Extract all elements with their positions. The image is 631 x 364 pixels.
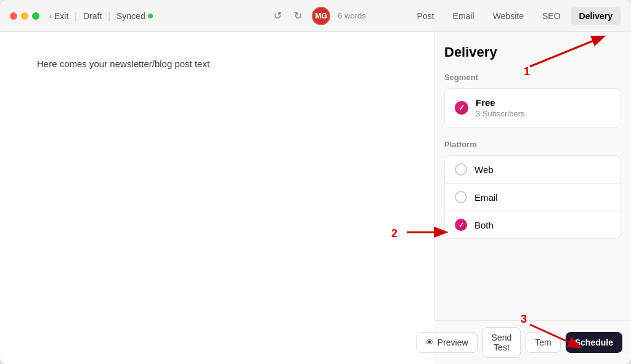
editor-area[interactable]: Here comes your newsletter/blog post tex… xyxy=(0,32,434,364)
exit-button[interactable]: ‹ Exit xyxy=(49,11,68,21)
tab-delivery[interactable]: Delivery xyxy=(571,7,621,25)
platform-options: Web Email Both xyxy=(444,155,621,239)
tab-seo[interactable]: SEO xyxy=(534,7,569,25)
minimize-button[interactable] xyxy=(21,12,28,20)
schedule-label: Schedule xyxy=(575,338,613,347)
editor-text: Here comes your newsletter/blog post tex… xyxy=(37,57,397,71)
radio-both-icon xyxy=(455,219,467,231)
breadcrumb-separator-2: | xyxy=(108,11,110,21)
send-test-label: Send Test xyxy=(492,333,512,352)
redo-button[interactable]: ↻ xyxy=(291,7,304,24)
schedule-button[interactable]: Schedule xyxy=(566,332,622,353)
avatar: MG xyxy=(312,7,330,25)
titlebar-center: ↺ ↻ MG 6 words xyxy=(229,7,408,25)
tab-post[interactable]: Post xyxy=(409,7,443,25)
template-button[interactable]: Tem xyxy=(526,332,560,353)
bottom-bar: 👁 Preview Send Test Tem Schedule xyxy=(434,320,631,364)
segment-info: Free 3 Subscribers xyxy=(476,97,524,118)
radio-web-icon xyxy=(455,163,467,176)
chevron-left-icon: ‹ xyxy=(49,12,52,20)
preview-label: Preview xyxy=(438,338,468,347)
maximize-button[interactable] xyxy=(32,12,39,20)
platform-both[interactable]: Both xyxy=(444,211,621,239)
segment-section-label: Segment xyxy=(444,73,621,82)
delivery-panel: Delivery Segment Free 3 Subscribers Plat… xyxy=(434,32,631,364)
platform-section-label: Platform xyxy=(444,140,621,149)
window-controls xyxy=(10,12,39,20)
draft-label: Draft xyxy=(83,11,102,21)
tab-website[interactable]: Website xyxy=(484,7,532,25)
template-label: Tem xyxy=(535,338,551,347)
platform-web[interactable]: Web xyxy=(444,155,621,183)
titlebar: ‹ Exit | Draft | Synced ↺ ↻ MG 6 words xyxy=(0,0,631,32)
synced-status: Synced xyxy=(116,11,153,21)
breadcrumb-separator: | xyxy=(75,11,77,21)
nav-tabs: Post Email Website SEO Delivery xyxy=(409,7,621,25)
exit-label: Exit xyxy=(54,11,68,21)
preview-button[interactable]: 👁 Preview xyxy=(416,332,478,353)
platform-web-label: Web xyxy=(474,164,494,175)
main-content: Here comes your newsletter/blog post tex… xyxy=(0,32,631,364)
panel-title: Delivery xyxy=(444,44,621,60)
undo-button[interactable]: ↺ xyxy=(271,7,284,24)
platform-email[interactable]: Email xyxy=(444,183,621,211)
segment-name: Free xyxy=(476,97,524,108)
synced-dot-icon xyxy=(148,14,153,18)
avatar-initials: MG xyxy=(316,12,327,20)
segment-card[interactable]: Free 3 Subscribers xyxy=(444,88,621,127)
send-test-button[interactable]: Send Test xyxy=(482,327,521,358)
radio-email-icon xyxy=(455,191,467,203)
preview-icon: 👁 xyxy=(425,338,434,347)
segment-check-icon xyxy=(455,101,468,115)
platform-email-label: Email xyxy=(474,192,498,203)
tab-email[interactable]: Email xyxy=(444,7,483,25)
platform-both-label: Both xyxy=(474,220,494,230)
titlebar-left: ‹ Exit | Draft | Synced xyxy=(49,11,229,21)
close-button[interactable] xyxy=(10,12,17,20)
segment-count: 3 Subscribers xyxy=(476,109,524,118)
synced-text: Synced xyxy=(116,11,145,21)
panel-content: Delivery Segment Free 3 Subscribers Plat… xyxy=(434,32,631,320)
word-count: 6 words xyxy=(338,11,366,20)
